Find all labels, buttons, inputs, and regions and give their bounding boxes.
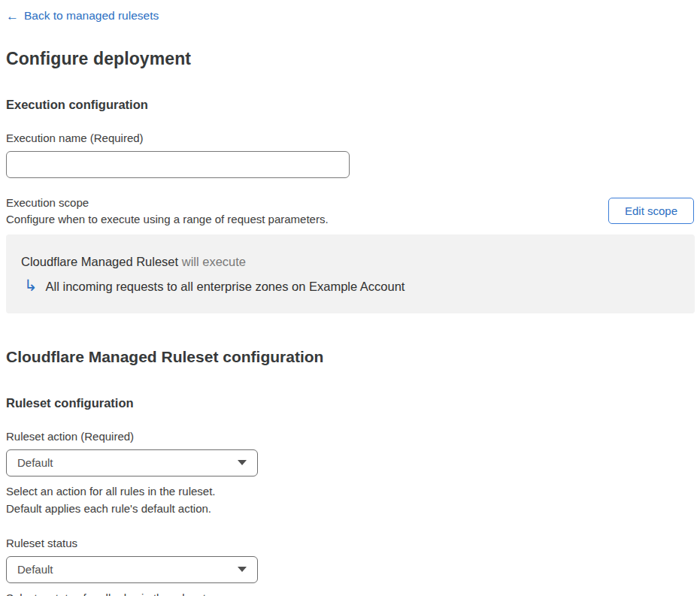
ruleset-action-select[interactable]: Default (6, 449, 258, 476)
scope-summary-text: All incoming requests to all enterprise … (46, 280, 405, 294)
ruleset-action-label: Ruleset action (Required) (6, 430, 694, 443)
ruleset-status-label: Ruleset status (6, 537, 694, 549)
ruleset-action-help: Select an action for all rules in the ru… (6, 483, 694, 517)
scope-summary-panel: Cloudflare Managed Ruleset will execute … (6, 234, 695, 313)
execution-scope-row: Execution scope Configure when to execut… (6, 196, 694, 225)
execution-name-input[interactable] (6, 151, 350, 178)
hook-arrow-icon: ↳ (24, 277, 38, 293)
execution-scope-description: Configure when to execute using a range … (6, 213, 329, 225)
back-arrow-icon: ← (6, 10, 19, 23)
page-title: Configure deployment (6, 49, 694, 69)
ruleset-status-help: Select a status for all rules in the rul… (6, 589, 694, 596)
ruleset-status-select[interactable]: Default (6, 556, 258, 583)
edit-scope-button[interactable]: Edit scope (608, 198, 694, 224)
chevron-down-icon (238, 460, 247, 465)
execution-configuration-heading: Execution configuration (6, 98, 694, 112)
execution-scope-label: Execution scope (6, 196, 329, 209)
back-to-managed-rulesets-link[interactable]: ← Back to managed rulesets (6, 9, 159, 23)
ruleset-action-selected-value: Default (17, 456, 53, 469)
execution-scope-text: Execution scope Configure when to execut… (6, 196, 329, 225)
scope-summary-headline: Cloudflare Managed Ruleset will execute (21, 255, 680, 269)
scope-will-execute: will execute (178, 255, 246, 268)
ruleset-status-help-line1: Select a status for all rules in the rul… (6, 589, 694, 596)
execution-name-label: Execution name (Required) (6, 132, 694, 144)
ruleset-action-help-line2: Default applies each rule's default acti… (6, 500, 694, 517)
chevron-down-icon (238, 567, 247, 572)
scope-ruleset-name: Cloudflare Managed Ruleset (21, 255, 178, 268)
back-link-label: Back to managed rulesets (24, 9, 159, 23)
ruleset-action-help-line1: Select an action for all rules in the ru… (6, 483, 694, 500)
scope-summary-detail-row: ↳ All incoming requests to all enterpris… (21, 279, 680, 295)
configure-deployment-page: ← Back to managed rulesets Configure dep… (0, 0, 700, 596)
ruleset-status-selected-value: Default (17, 563, 53, 576)
ruleset-configuration-section-heading: Cloudflare Managed Ruleset configuration (6, 348, 694, 366)
ruleset-configuration-subheading: Ruleset configuration (6, 396, 694, 410)
